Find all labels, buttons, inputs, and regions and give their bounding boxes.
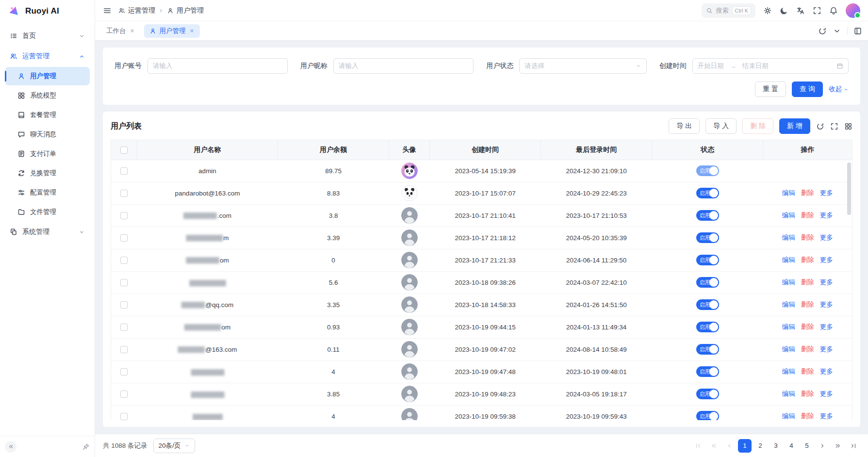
more-link[interactable]: 更多 [820, 390, 833, 397]
delete-link[interactable]: 删除 [801, 301, 814, 308]
sidebar-item-home[interactable]: 首页 [5, 26, 90, 46]
tab-workbench[interactable]: 工作台 [101, 24, 140, 38]
page-button-5[interactable]: 5 [800, 439, 814, 453]
table-scrollbar[interactable] [847, 163, 851, 215]
next-page-button[interactable] [816, 439, 829, 453]
more-link[interactable]: 更多 [820, 323, 833, 330]
content-fullscreen-button[interactable] [853, 27, 862, 35]
more-link[interactable]: 更多 [820, 256, 833, 263]
edit-link[interactable]: 编辑 [782, 278, 795, 286]
more-link[interactable]: 更多 [820, 189, 833, 196]
row-checkbox[interactable] [120, 212, 128, 219]
row-checkbox[interactable] [120, 324, 128, 331]
delete-link[interactable]: 删除 [801, 234, 814, 241]
tab-user-management[interactable]: 用户管理 [144, 24, 200, 38]
status-toggle[interactable]: 启用 [696, 277, 719, 288]
collapse-filters-link[interactable]: 收起 [829, 85, 849, 94]
row-checkbox[interactable] [120, 301, 128, 309]
sidebar-toggle-button[interactable] [103, 6, 112, 15]
status-toggle[interactable]: 启用 [696, 188, 719, 198]
dark-mode-button[interactable] [780, 6, 788, 15]
status-toggle[interactable]: 启用 [696, 165, 719, 176]
sidebar-item-chat-messages[interactable]: 聊天消息 [5, 125, 90, 144]
sidebar-item-file-management[interactable]: 文件管理 [5, 203, 90, 221]
last-page-button[interactable] [847, 439, 860, 453]
status-toggle[interactable]: 启用 [696, 232, 719, 243]
sidebar-pin-button[interactable] [82, 443, 90, 451]
delete-link[interactable]: 删除 [801, 390, 814, 397]
sidebar-collapse-button[interactable] [5, 441, 16, 453]
delete-link[interactable]: 删除 [801, 256, 814, 263]
close-icon[interactable] [130, 28, 135, 33]
add-button[interactable]: 新 增 [779, 118, 810, 134]
more-link[interactable]: 更多 [820, 345, 833, 353]
row-checkbox[interactable] [120, 279, 128, 286]
edit-link[interactable]: 编辑 [782, 390, 795, 397]
language-button[interactable] [796, 6, 805, 15]
export-button[interactable]: 导 出 [669, 118, 700, 134]
edit-link[interactable]: 编辑 [782, 189, 795, 196]
status-toggle[interactable]: 启用 [696, 344, 719, 355]
edit-link[interactable]: 编辑 [782, 256, 795, 263]
import-button[interactable]: 导 入 [705, 118, 737, 134]
query-button[interactable]: 查 询 [792, 82, 823, 97]
page-size-select[interactable]: 20条/页 [153, 439, 196, 453]
prev-page-button[interactable] [722, 439, 736, 453]
profile-avatar[interactable] [846, 3, 860, 18]
row-checkbox[interactable] [120, 368, 128, 375]
row-checkbox[interactable] [120, 234, 128, 242]
row-checkbox[interactable] [120, 257, 128, 264]
delete-button[interactable]: 删 除 [742, 118, 773, 134]
row-checkbox[interactable] [120, 391, 128, 398]
sidebar-item-package-management[interactable]: 套餐管理 [5, 106, 90, 124]
sidebar-item-operations[interactable]: 运营管理 [5, 47, 90, 66]
sidebar-item-system-model[interactable]: 系统模型 [5, 86, 90, 105]
more-link[interactable]: 更多 [820, 212, 833, 219]
status-toggle[interactable]: 启用 [696, 389, 719, 399]
table-fullscreen-button[interactable] [830, 122, 838, 131]
status-toggle[interactable]: 启用 [696, 255, 719, 265]
select-all-checkbox[interactable] [120, 147, 128, 154]
breadcrumb-item-users[interactable]: 用户管理 [167, 6, 204, 15]
next-5-pages-button[interactable] [831, 439, 845, 453]
delete-link[interactable]: 删除 [801, 323, 814, 330]
edit-link[interactable]: 编辑 [782, 345, 795, 353]
edit-link[interactable]: 编辑 [782, 212, 795, 219]
delete-link[interactable]: 删除 [801, 189, 814, 196]
more-link[interactable]: 更多 [820, 278, 833, 286]
sidebar-item-user-management[interactable]: 用户管理 [5, 67, 90, 85]
edit-link[interactable]: 编辑 [782, 323, 795, 330]
edit-link[interactable]: 编辑 [782, 368, 795, 375]
edit-link[interactable]: 编辑 [782, 412, 795, 420]
status-toggle[interactable]: 启用 [696, 299, 719, 310]
edit-link[interactable]: 编辑 [782, 234, 795, 241]
delete-link[interactable]: 删除 [801, 278, 814, 286]
status-toggle[interactable]: 启用 [696, 322, 719, 332]
refresh-list-button[interactable] [816, 122, 824, 131]
tab-menu-button[interactable] [833, 27, 841, 35]
page-button-3[interactable]: 3 [769, 439, 783, 453]
user-nickname-input[interactable]: 请输入 [333, 58, 474, 74]
delete-link[interactable]: 删除 [801, 412, 814, 420]
user-status-input[interactable]: 请选择 [519, 58, 647, 74]
row-checkbox[interactable] [120, 167, 128, 175]
prev-5-pages-button[interactable] [707, 439, 721, 453]
row-checkbox[interactable] [120, 190, 128, 197]
delete-link[interactable]: 删除 [801, 212, 814, 219]
sidebar-item-system[interactable]: 系统管理 [5, 222, 90, 242]
page-button-4[interactable]: 4 [785, 439, 798, 453]
status-toggle[interactable]: 启用 [696, 366, 719, 377]
sidebar-item-redeem-management[interactable]: 兑换管理 [5, 164, 90, 182]
refresh-tab-button[interactable] [818, 27, 827, 35]
app-logo[interactable]: Ruoyi AI [0, 0, 95, 22]
delete-link[interactable]: 删除 [801, 345, 814, 353]
close-icon[interactable] [189, 28, 195, 33]
notifications-button[interactable] [829, 6, 838, 15]
delete-link[interactable]: 删除 [801, 368, 814, 375]
sidebar-item-config-management[interactable]: 配置管理 [5, 183, 90, 202]
more-link[interactable]: 更多 [820, 301, 833, 308]
status-toggle[interactable]: 启用 [696, 210, 719, 221]
more-link[interactable]: 更多 [820, 234, 833, 241]
first-page-button[interactable] [691, 439, 705, 453]
status-toggle[interactable]: 启用 [696, 411, 719, 420]
